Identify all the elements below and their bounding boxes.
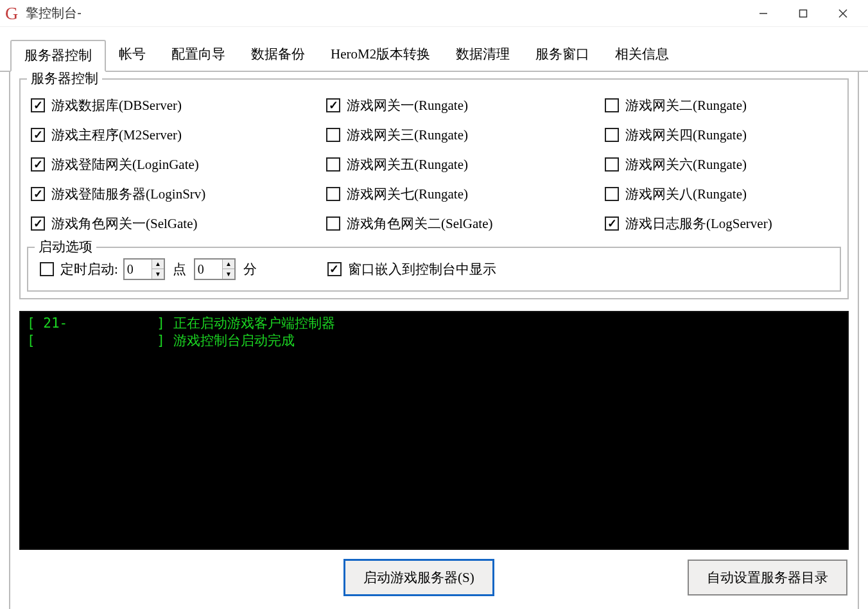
service-checkbox[interactable]: 游戏角色网关一(SelGate) [31,215,326,233]
timed-start-checkbox[interactable]: 定时启动: [40,260,118,278]
checkbox-label: 游戏网关三(Rungate) [347,126,468,144]
hour-input[interactable] [125,260,152,279]
service-checkbox[interactable]: 游戏数据库(DBServer) [31,96,326,114]
checkbox-row: 游戏主程序(M2Server)游戏网关三(Rungate)游戏网关四(Runga… [31,126,841,144]
tab-bar: 服务器控制帐号配置向导数据备份HeroM2版本转换数据清理服务窗口相关信息 [0,39,868,72]
checkbox-icon [31,98,45,112]
checkbox-icon [326,157,340,172]
hour-up-button[interactable]: ▲ [152,260,164,269]
minute-down-button[interactable]: ▼ [223,269,234,279]
service-checkbox[interactable]: 游戏登陆服务器(LoginSrv) [31,185,326,203]
maximize-button[interactable] [783,1,823,26]
server-control-legend: 服务器控制 [27,69,102,87]
timed-start-label: 定时启动: [60,260,118,278]
auto-set-dir-button[interactable]: 自动设置服务器目录 [688,560,847,596]
checkbox-row: 游戏角色网关一(SelGate)游戏角色网关二(SelGate)游戏日志服务(L… [31,215,841,233]
service-checkbox[interactable]: 游戏网关一(Rungate) [326,96,605,114]
checkbox-icon [326,128,340,142]
checkbox-icon [605,98,619,112]
app-icon: G [5,3,18,24]
close-button[interactable] [823,1,863,26]
checkbox-icon [326,98,340,112]
checkbox-label: 游戏网关一(Rungate) [347,96,468,114]
checkbox-icon [605,157,619,172]
service-checkbox[interactable]: 游戏网关八(Rungate) [605,185,747,203]
minute-suffix: 分 [243,260,257,278]
service-checkbox[interactable]: 游戏角色网关二(SelGate) [326,215,605,233]
hour-down-button[interactable]: ▼ [152,269,164,279]
service-checkbox[interactable]: 游戏网关六(Rungate) [605,155,747,173]
window-title: 擎控制台- [26,4,743,22]
checkbox-icon [31,157,45,172]
embed-window-checkbox[interactable]: 窗口嵌入到控制台中显示 [327,260,496,278]
checkbox-label: 游戏角色网关一(SelGate) [51,215,197,233]
checkbox-label: 游戏网关四(Rungate) [625,126,747,144]
tab-3[interactable]: 数据备份 [238,40,318,72]
checkbox-icon [31,187,45,201]
tab-content: 服务器控制 游戏数据库(DBServer)游戏网关一(Rungate)游戏网关二… [9,72,859,609]
tab-0[interactable]: 服务器控制 [10,40,106,72]
checkbox-label: 游戏登陆服务器(LoginSrv) [51,185,205,203]
hour-suffix: 点 [173,260,186,278]
service-checkbox[interactable]: 游戏网关三(Rungate) [326,126,605,144]
checkbox-label: 游戏数据库(DBServer) [51,96,182,114]
tab-6[interactable]: 服务窗口 [523,40,602,72]
checkbox-icon [605,216,619,231]
service-checkbox[interactable]: 游戏网关二(Rungate) [605,96,747,114]
button-row: 启动游戏服务器(S) 自动设置服务器目录 [19,559,849,596]
start-options-legend: 启动选项 [35,238,96,256]
checkbox-icon [605,128,619,142]
svg-rect-1 [800,10,807,17]
tab-1[interactable]: 帐号 [106,40,159,72]
console-output: [ 21- ] 正在启动游戏客户端控制器[ ] 游戏控制台启动完成 [19,311,849,550]
checkbox-row: 游戏登陆网关(LoginGate)游戏网关五(Rungate)游戏网关六(Run… [31,155,841,173]
minute-up-button[interactable]: ▲ [223,260,234,269]
server-control-group: 服务器控制 游戏数据库(DBServer)游戏网关一(Rungate)游戏网关二… [19,78,849,299]
start-server-button[interactable]: 启动游戏服务器(S) [343,559,494,596]
checkbox-row: 游戏登陆服务器(LoginSrv)游戏网关七(Rungate)游戏网关八(Run… [31,185,841,203]
service-checkbox[interactable]: 游戏网关五(Rungate) [326,155,605,173]
checkbox-label: 游戏网关六(Rungate) [625,155,747,173]
tab-5[interactable]: 数据清理 [443,40,523,72]
service-checkbox[interactable]: 游戏主程序(M2Server) [31,126,326,144]
checkbox-icon [326,216,340,231]
start-options-group: 启动选项 定时启动: ▲ ▼ 点 ▲ ▼ 分 [27,247,841,292]
checkbox-label: 游戏网关八(Rungate) [625,185,747,203]
hour-spinner[interactable]: ▲ ▼ [123,258,165,280]
minimize-button[interactable] [743,1,783,26]
checkbox-label: 游戏主程序(M2Server) [51,126,182,144]
checkbox-icon [31,128,45,142]
checkbox-icon [31,216,45,231]
service-checkbox[interactable]: 游戏网关四(Rungate) [605,126,747,144]
checkbox-label: 游戏角色网关二(SelGate) [347,215,492,233]
checkbox-label: 游戏登陆网关(LoginGate) [51,155,199,173]
checkbox-label: 游戏网关二(Rungate) [625,96,747,114]
minute-input[interactable] [195,260,222,279]
checkbox-label: 游戏网关七(Rungate) [347,185,468,203]
checkbox-label: 游戏网关五(Rungate) [347,155,468,173]
embed-window-label: 窗口嵌入到控制台中显示 [348,260,496,278]
tab-7[interactable]: 相关信息 [602,40,682,72]
checkbox-icon [326,187,340,201]
checkbox-label: 游戏日志服务(LogServer) [625,215,772,233]
tab-2[interactable]: 配置向导 [159,40,238,72]
service-checkbox[interactable]: 游戏日志服务(LogServer) [605,215,772,233]
service-checkbox[interactable]: 游戏登陆网关(LoginGate) [31,155,326,173]
titlebar: G 擎控制台- [0,0,868,27]
minute-spinner[interactable]: ▲ ▼ [194,258,236,280]
tab-4[interactable]: HeroM2版本转换 [318,40,443,72]
service-checkbox[interactable]: 游戏网关七(Rungate) [326,185,605,203]
checkbox-icon [605,187,619,201]
checkbox-row: 游戏数据库(DBServer)游戏网关一(Rungate)游戏网关二(Runga… [31,96,841,114]
